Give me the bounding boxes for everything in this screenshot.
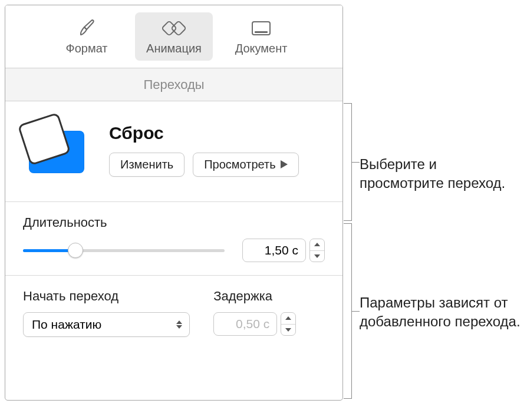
preview-button-label: Просмотреть <box>204 158 275 171</box>
duration-stepper[interactable] <box>309 239 325 262</box>
document-icon <box>251 18 271 38</box>
subheader-label: Переходы <box>143 77 204 92</box>
chevron-up-icon[interactable] <box>281 313 295 325</box>
callout-2: Параметры зависят от добавленного перехо… <box>360 293 527 332</box>
start-select-value: По нажатию <box>32 318 101 332</box>
toolbar: Формат Анимация Документ <box>5 5 342 68</box>
chevron-down-icon[interactable] <box>281 325 295 336</box>
tab-animation[interactable]: Анимация <box>135 12 213 61</box>
duration-label: Длительность <box>23 215 325 230</box>
chevron-up-icon[interactable] <box>310 239 324 251</box>
inspector-panel: Формат Анимация Документ <box>5 5 343 401</box>
callout-1: Выберите и просмотрите переход. <box>360 155 525 193</box>
tab-document-label: Документ <box>235 42 288 55</box>
transition-thumbnail <box>23 118 94 181</box>
svg-rect-3 <box>255 31 268 33</box>
delay-value[interactable]: 0,50 с <box>213 312 277 336</box>
change-button-label: Изменить <box>120 158 173 171</box>
paintbrush-icon <box>78 18 95 38</box>
animation-icon <box>162 18 186 38</box>
start-select[interactable]: По нажатию <box>23 312 190 337</box>
delay-label: Задержка <box>213 289 325 304</box>
transition-title: Сброс <box>109 123 325 143</box>
start-delay-section: Начать переход По нажатию Задержка 0,50 … <box>5 276 342 350</box>
tab-document[interactable]: Документ <box>222 12 300 61</box>
tab-format[interactable]: Формат <box>48 12 126 61</box>
delay-stepper[interactable] <box>281 312 296 336</box>
callout-bracket-1 <box>344 103 352 221</box>
chevron-down-icon[interactable] <box>310 251 324 262</box>
svg-rect-1 <box>171 21 186 35</box>
subheader-transitions: Переходы <box>5 68 342 101</box>
transition-section: Сброс Изменить Просмотреть <box>5 101 342 202</box>
preview-button[interactable]: Просмотреть <box>193 153 298 177</box>
callout-tick-2 <box>352 311 360 312</box>
callout-bracket-2 <box>344 223 352 399</box>
start-label: Начать переход <box>23 289 190 304</box>
change-button[interactable]: Изменить <box>109 153 185 177</box>
select-caret-icon <box>172 316 187 333</box>
tab-animation-label: Анимация <box>146 42 202 55</box>
duration-section: Длительность 1,50 с <box>5 202 342 276</box>
svg-rect-0 <box>162 21 176 35</box>
tab-format-label: Формат <box>65 42 107 55</box>
callout-tick-1 <box>352 162 360 163</box>
duration-slider[interactable] <box>23 242 225 259</box>
play-icon <box>281 160 288 168</box>
duration-value[interactable]: 1,50 с <box>242 239 306 262</box>
